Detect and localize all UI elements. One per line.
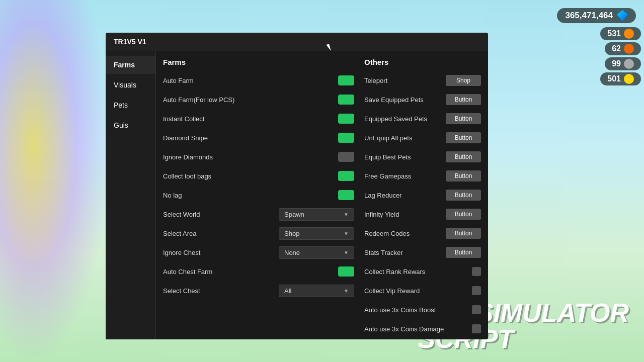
dropdown-select-area[interactable]: Shop ▼	[279, 227, 354, 240]
farm-row-no-lag: No lag	[163, 188, 354, 202]
btn-redeem-codes[interactable]: Button	[446, 228, 481, 239]
top-ui: 365,471,464 531 62 99 501	[483, 0, 644, 85]
others-row-equipped-saved: Equipped Saved Pets Button	[364, 112, 481, 126]
farm-row-ignore-chest: Ignore Chest None ▼	[163, 245, 354, 259]
farm-row-select-area: Select Area Shop ▼	[163, 226, 354, 240]
farm-label-auto-farm-low: Auto Farm(For low PCS)	[163, 96, 234, 104]
others-row-save-equipped: Save Equipped Pets Button	[364, 93, 481, 107]
toggle-collect-loot[interactable]	[338, 171, 354, 181]
dropdown-select-world[interactable]: Spawn ▼	[279, 208, 354, 221]
coin-count: 501	[607, 74, 621, 83]
chevron-down-icon: ▼	[344, 212, 349, 217]
farm-label-select-chest: Select Chest	[163, 287, 200, 295]
star-count: 531	[607, 29, 621, 38]
dropdown-ignore-chest[interactable]: None ▼	[279, 246, 354, 259]
btn-free-gamepass[interactable]: Button	[446, 170, 481, 182]
btn-infinity-yield[interactable]: Button	[446, 209, 481, 220]
btn-unequip-all[interactable]: Button	[446, 132, 481, 143]
others-label-coins-damage: Auto use 3x Coins Damage	[364, 325, 472, 333]
farm-label-collect-loot: Collect loot bags	[163, 172, 211, 180]
checkbox-coins-damage[interactable]	[472, 324, 481, 333]
farm-row-select-world: Select World Spawn ▼	[163, 207, 354, 221]
toggle-auto-farm[interactable]	[338, 75, 354, 85]
others-column: Others Teleport Shop Save Equipped Pets …	[364, 58, 481, 332]
farm-label-auto-chest: Auto Chest Farm	[163, 268, 212, 276]
checkbox-coins-boost[interactable]	[472, 305, 481, 314]
others-label-save-equipped: Save Equipped Pets	[364, 96, 446, 104]
toggle-diamond-snipe[interactable]	[338, 133, 354, 143]
bg-glow	[0, 0, 111, 362]
others-row-coins-boost: Auto use 3x Coins Boost	[364, 303, 481, 317]
gem-count: 99	[612, 59, 621, 68]
diamond-count: 365,471,464	[565, 11, 613, 21]
others-row-stats-tracker: Stats Tracker Button	[364, 245, 481, 259]
others-row-infinity-yield: Infinity Yield Button	[364, 207, 481, 221]
others-label-coins-boost: Auto use 3x Coins Boost	[364, 306, 472, 314]
toggle-auto-chest[interactable]	[338, 266, 354, 277]
farms-column: Farms Auto Farm Auto Farm(For low PCS) I…	[163, 58, 354, 332]
dropdown-select-area-value: Shop	[284, 230, 299, 237]
checkbox-collect-rank[interactable]	[472, 267, 481, 276]
btn-stats-tracker[interactable]: Button	[446, 247, 481, 258]
btn-save-equipped[interactable]: Button	[446, 94, 481, 105]
coin-counter: 501	[600, 72, 641, 85]
chevron-down-icon-4: ▼	[344, 288, 349, 294]
dropdown-ignore-chest-value: None	[284, 249, 300, 256]
dropdown-select-world-value: Spawn	[284, 211, 304, 218]
toggle-auto-farm-low[interactable]	[338, 95, 354, 105]
dropdown-select-chest[interactable]: All ▼	[279, 285, 354, 297]
panel-body: Farms Visuals Pets Guis Farms Auto Farm …	[106, 51, 488, 339]
toggle-no-lag[interactable]	[338, 190, 354, 200]
farm-label-instant-collect: Instant Collect	[163, 115, 204, 123]
sidebar: Farms Visuals Pets Guis	[106, 51, 156, 339]
farm-label-ignore-diamonds: Ignore Diamonds	[163, 153, 213, 161]
btn-lag-reducer[interactable]: Button	[446, 190, 481, 201]
others-row-collect-rank: Collect Rank Rewars	[364, 264, 481, 279]
farm-label-select-area: Select Area	[163, 230, 197, 237]
others-label-teleport: Teleport	[364, 77, 446, 84]
btn-teleport[interactable]: Shop	[446, 75, 481, 86]
sidebar-item-farms[interactable]: Farms	[106, 56, 155, 74]
main-panel: TR1V5 V1 Farms Visuals Pets Guis Farms A…	[106, 33, 488, 339]
others-label-stats-tracker: Stats Tracker	[364, 249, 446, 256]
others-label-equip-best: Equip Best Pets	[364, 153, 446, 161]
others-label-collect-vip: Collect Vip Reward	[364, 287, 472, 295]
others-row-equip-best: Equip Best Pets Button	[364, 150, 481, 164]
small-paw-icon	[624, 44, 634, 54]
others-row-redeem-codes: Redeem Codes Button	[364, 226, 481, 240]
panel-titlebar: TR1V5 V1	[106, 33, 488, 51]
others-label-collect-rank: Collect Rank Rewars	[364, 268, 472, 276]
btn-equip-best[interactable]: Button	[446, 151, 481, 162]
star-counter: 531	[600, 27, 641, 40]
sidebar-item-guis[interactable]: Guis	[106, 116, 155, 134]
coin-icon	[624, 74, 634, 84]
toggle-ignore-diamonds[interactable]	[338, 152, 354, 162]
farm-label-ignore-chest: Ignore Chest	[163, 249, 200, 256]
checkbox-collect-vip[interactable]	[472, 286, 481, 295]
farm-label-select-world: Select World	[163, 211, 200, 218]
farm-row-select-chest: Select Chest All ▼	[163, 284, 354, 298]
toggle-instant-collect[interactable]	[338, 114, 354, 124]
dropdown-select-chest-value: All	[284, 287, 291, 295]
others-row-teleport: Teleport Shop	[364, 73, 481, 87]
chevron-down-icon-2: ▼	[344, 231, 349, 236]
others-label-redeem-codes: Redeem Codes	[364, 230, 446, 237]
others-row-lag-reducer: Lag Reducer Button	[364, 188, 481, 202]
others-label-lag-reducer: Lag Reducer	[364, 192, 446, 199]
btn-equipped-saved[interactable]: Button	[446, 113, 481, 124]
panel-title: TR1V5 V1	[114, 38, 146, 46]
sidebar-item-visuals[interactable]: Visuals	[106, 76, 155, 94]
farm-row-diamond-snipe: Diamond Snipe	[163, 131, 354, 145]
chevron-down-icon-3: ▼	[344, 250, 349, 255]
farm-label-auto-farm: Auto Farm	[163, 77, 194, 84]
others-label-equipped-saved: Equipped Saved Pets	[364, 115, 446, 123]
gem-icon	[624, 59, 634, 69]
others-label-unequip-all: UnEquip All pets	[364, 134, 446, 142]
farms-header: Farms	[163, 58, 354, 66]
others-row-unequip-all: UnEquip All pets Button	[364, 131, 481, 145]
farm-row-auto-farm: Auto Farm	[163, 73, 354, 87]
paw-icon	[624, 29, 634, 39]
small-star-count: 62	[612, 44, 621, 53]
sidebar-item-pets[interactable]: Pets	[106, 96, 155, 114]
farm-row-instant-collect: Instant Collect	[163, 112, 354, 126]
